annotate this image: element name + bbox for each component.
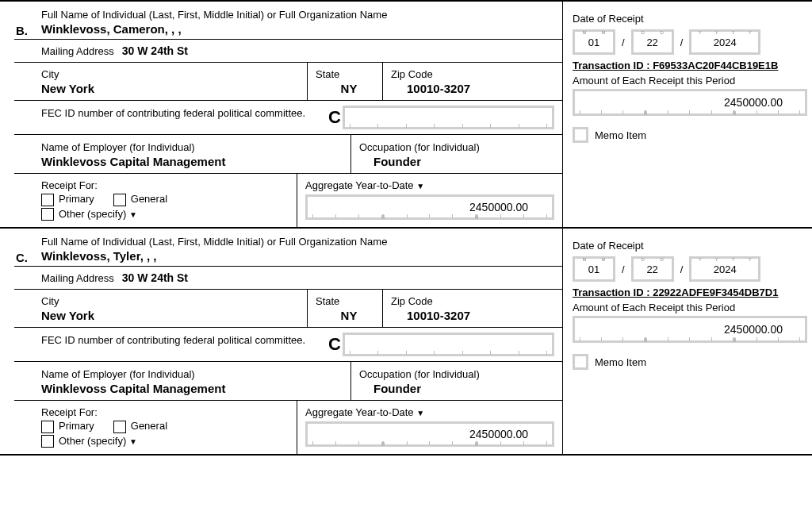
memo-row: Memo Item (573, 127, 807, 143)
mailing-row: Mailing Address 30 W 24th St (14, 267, 562, 290)
city-state-zip-row: City New York State NY Zip Code 10010-32… (14, 63, 562, 101)
mailing-label: Mailing Address (41, 42, 114, 57)
date-dd-value: 22 (646, 263, 657, 275)
name-row: Full Name of Individual (Last, First, Mi… (14, 2, 562, 40)
transaction-id: Transaction ID : 22922ADFE9F3454DB7D1 (573, 286, 807, 298)
fec-label: FEC ID number of contributing federal po… (14, 328, 320, 361)
date-slash: / (680, 263, 684, 275)
primary-option: Primary (41, 193, 94, 206)
right-column: Date of Receipt MM01 / DD22 / YYYY2024 T… (563, 229, 812, 454)
entry-b: B. Full Name of Individual (Last, First,… (0, 0, 812, 227)
date-month-input[interactable]: MM01 (573, 256, 615, 282)
date-day-input[interactable]: DD22 (631, 29, 674, 55)
occupation-value: Founder (359, 380, 562, 397)
entry-letter: C. (16, 251, 28, 264)
other-label: Other (specify) (59, 435, 126, 447)
date-day-input[interactable]: DD22 (631, 256, 674, 282)
general-label: General (131, 193, 167, 205)
employer-box: Name of Employer (for Individual) Winkle… (14, 135, 351, 173)
date-yyyy-value: 2024 (714, 37, 737, 48)
date-year-input[interactable]: YYYY2024 (689, 29, 760, 55)
date-dd-value: 22 (646, 37, 657, 48)
other-label: Other (specify) (59, 208, 126, 220)
general-option: General (113, 420, 167, 433)
general-checkbox[interactable] (113, 194, 126, 206)
date-label: Date of Receipt (573, 236, 807, 252)
other-checkbox[interactable] (41, 435, 54, 448)
employer-label: Name of Employer (for Individual) (41, 138, 350, 153)
fec-label: FEC ID number of contributing federal po… (14, 101, 320, 134)
entry-c: C. Full Name of Individual (Last, First,… (0, 227, 812, 456)
amount-label: Amount of Each Receipt this Period (573, 302, 807, 313)
receipt-for-left: Receipt For: Primary General Other (spec… (14, 174, 297, 227)
memo-checkbox[interactable] (573, 354, 588, 370)
memo-row: Memo Item (573, 354, 807, 370)
amount-value: 2450000.00 (724, 323, 783, 336)
primary-general-row: Primary General (41, 420, 297, 433)
date-mm-value: 01 (588, 37, 599, 48)
fec-id-input[interactable] (343, 333, 554, 356)
fec-id-input[interactable] (343, 106, 554, 129)
receipt-for-label: Receipt For: (14, 403, 297, 418)
state-label: State (316, 65, 382, 80)
date-slash: / (622, 263, 625, 275)
memo-label: Memo Item (595, 129, 646, 141)
other-option: Other (specify) ▼ (41, 435, 137, 448)
mailing-value: 30 W 24th St (122, 43, 188, 59)
occupation-label: Occupation (for Individual) (359, 138, 562, 153)
state-label: State (316, 292, 382, 307)
amount-input[interactable]: 2450000.00 (573, 89, 807, 116)
aggregate-input[interactable]: 2450000.00 (305, 194, 554, 220)
zip-label: Zip Code (391, 292, 562, 307)
full-name-label: Full Name of Individual (Last, First, Mi… (41, 6, 562, 21)
aggregate-box: Aggregate Year-to-Date ▼ 2450000.00 (297, 401, 562, 454)
zip-box: Zip Code 10010-3207 (383, 290, 562, 327)
left-column: Full Name of Individual (Last, First, Mi… (0, 229, 563, 454)
primary-option: Primary (41, 420, 94, 433)
fec-row: FEC ID number of contributing federal po… (14, 101, 562, 135)
primary-checkbox[interactable] (41, 421, 54, 433)
date-mm-value: 01 (588, 263, 599, 275)
date-label: Date of Receipt (573, 10, 807, 25)
aggregate-input[interactable]: 2450000.00 (305, 421, 554, 447)
zip-label: Zip Code (391, 65, 562, 80)
mailing-value: 30 W 24th St (122, 270, 188, 286)
zip-value: 10010-3207 (391, 80, 562, 97)
date-boxes: MM01 / DD22 / YYYY2024 (573, 256, 807, 282)
primary-general-row: Primary General (41, 193, 297, 206)
transaction-id: Transaction ID : F69533AC20F44CB19E1B (573, 60, 807, 71)
employer-value: Winklevoss Capital Management (41, 380, 350, 397)
state-box: State NY (308, 290, 383, 327)
other-row: Other (specify) ▼ (41, 435, 297, 448)
amount-label: Amount of Each Receipt this Period (573, 75, 807, 86)
occupation-box: Occupation (for Individual) Founder (351, 362, 562, 400)
date-year-input[interactable]: YYYY2024 (689, 256, 760, 282)
general-label: General (131, 420, 167, 432)
aggregate-label: Aggregate Year-to-Date ▼ (305, 403, 554, 418)
receipt-for-left: Receipt For: Primary General Other (spec… (14, 401, 297, 454)
aggregate-box: Aggregate Year-to-Date ▼ 2450000.00 (297, 174, 562, 227)
occupation-label: Occupation (for Individual) (359, 365, 562, 380)
amount-input[interactable]: 2450000.00 (573, 316, 807, 343)
mailing-label: Mailing Address (41, 269, 114, 284)
city-box: City New York (14, 63, 308, 100)
fec-c-prefix: C (328, 334, 341, 355)
fec-c-prefix: C (328, 107, 341, 128)
primary-label: Primary (59, 193, 94, 205)
fec-field: C (320, 101, 562, 134)
right-column: Date of Receipt MM01 / DD22 / YYYY2024 T… (563, 2, 812, 227)
fec-form-page: B. Full Name of Individual (Last, First,… (0, 0, 812, 519)
date-month-input[interactable]: MM01 (573, 29, 615, 55)
general-checkbox[interactable] (113, 421, 126, 433)
primary-checkbox[interactable] (41, 194, 54, 206)
full-name-value: Winklevoss, Cameron, , , (41, 21, 562, 37)
mailing-row: Mailing Address 30 W 24th St (14, 40, 562, 63)
memo-checkbox[interactable] (573, 127, 588, 143)
full-name-label: Full Name of Individual (Last, First, Mi… (41, 233, 562, 248)
chevron-down-icon: ▼ (416, 409, 424, 417)
chevron-down-icon: ▼ (129, 437, 137, 446)
city-value: New York (41, 80, 307, 97)
date-yyyy-value: 2024 (714, 263, 737, 275)
other-checkbox[interactable] (41, 208, 54, 221)
date-slash: / (622, 37, 625, 48)
